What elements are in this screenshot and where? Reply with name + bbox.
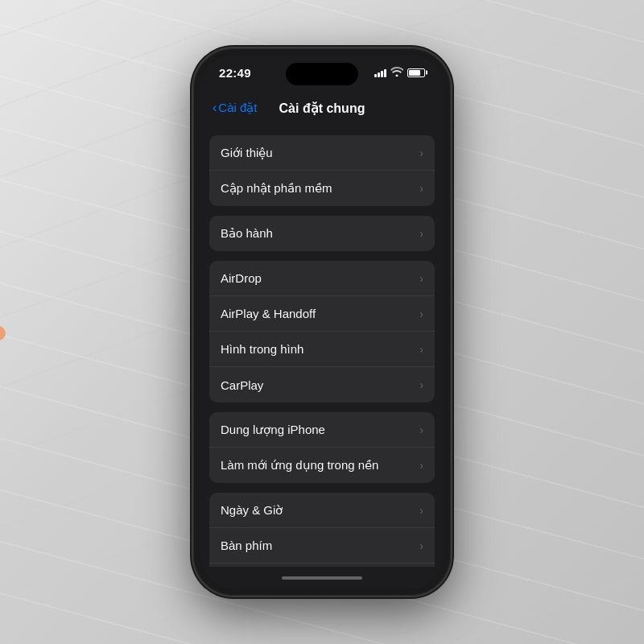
menu-item-label: Dung lượng iPhone <box>221 423 325 437</box>
menu-item-bao-hanh[interactable]: Bảo hành › <box>209 216 435 251</box>
background: 22:49 <box>0 0 644 644</box>
wifi-icon <box>390 67 403 79</box>
settings-section-1: Giới thiệu › Cập nhật phần mềm › <box>209 135 435 206</box>
power-button <box>451 189 454 250</box>
home-indicator <box>200 567 444 589</box>
svg-point-2 <box>0 326 6 341</box>
chevron-right-icon: › <box>419 504 423 517</box>
battery-fill <box>409 70 420 76</box>
home-bar <box>282 576 362 580</box>
menu-item-label: Cập nhật phần mềm <box>221 181 332 196</box>
status-bar: 22:49 <box>200 55 444 90</box>
menu-item-lam-moi[interactable]: Làm mới ứng dụng trong nền › <box>209 448 435 483</box>
settings-section-3: AirDrop › AirPlay & Handoff › Hình trong… <box>209 261 435 402</box>
page-title: Cài đặt chung <box>279 101 365 116</box>
menu-item-cap-nhat[interactable]: Cập nhật phần mềm › <box>209 171 435 206</box>
chevron-right-icon: › <box>419 147 423 159</box>
hand-pointer <box>0 290 32 398</box>
signal-bar-4 <box>384 69 386 77</box>
menu-item-dung-luong[interactable]: Dung lượng iPhone › <box>209 412 435 448</box>
menu-item-airplay[interactable]: AirPlay & Handoff › <box>209 296 435 332</box>
menu-item-ban-phim[interactable]: Bàn phím › <box>209 528 435 564</box>
menu-item-label: Giới thiệu <box>221 146 273 160</box>
signal-icon <box>374 68 386 77</box>
back-chevron-icon: ‹ <box>213 101 217 115</box>
signal-bar-1 <box>374 74 377 77</box>
menu-item-gioi-thieu[interactable]: Giới thiệu › <box>209 135 435 171</box>
chevron-right-icon: › <box>419 308 423 320</box>
phone-body: 22:49 <box>193 48 451 596</box>
chevron-right-icon: › <box>419 227 423 240</box>
settings-section-2: Bảo hành › <box>209 216 435 251</box>
settings-section-5: Ngày & Giờ › Bàn phím › Phông chữ › <box>209 493 435 567</box>
chevron-right-icon: › <box>419 182 423 195</box>
status-time: 22:49 <box>219 66 251 80</box>
menu-item-label: Làm mới ứng dụng trong nền <box>221 458 378 473</box>
menu-item-label: AirDrop <box>221 271 262 285</box>
back-label: Cài đặt <box>218 101 257 115</box>
menu-item-airdrop[interactable]: AirDrop › <box>209 261 435 296</box>
chevron-right-icon: › <box>419 423 423 436</box>
menu-item-label: Bảo hành <box>221 226 273 241</box>
settings-content[interactable]: Giới thiệu › Cập nhật phần mềm › Bảo <box>200 126 444 567</box>
menu-item-label: Hình trong hình <box>221 342 303 356</box>
signal-bar-3 <box>381 71 383 77</box>
menu-item-hinh-trong-hinh[interactable]: Hình trong hình › <box>209 332 435 367</box>
menu-item-label: AirPlay & Handoff <box>221 307 316 320</box>
battery-icon <box>407 68 425 77</box>
chevron-right-icon: › <box>419 459 423 472</box>
menu-item-ngay-gio[interactable]: Ngày & Giờ › <box>209 493 435 528</box>
chevron-right-icon: › <box>419 272 423 285</box>
signal-bar-2 <box>378 72 380 77</box>
chevron-right-icon: › <box>419 343 423 356</box>
menu-item-label: Ngày & Giờ <box>221 503 283 518</box>
phone-screen: 22:49 <box>200 55 444 589</box>
nav-bar: ‹ Cài đặt Cài đặt chung <box>200 90 444 126</box>
menu-item-carplay[interactable]: CarPlay › <box>209 367 435 402</box>
menu-item-label: CarPlay <box>221 378 263 392</box>
chevron-right-icon: › <box>419 539 423 552</box>
menu-item-label: Bàn phím <box>221 539 272 552</box>
status-icons <box>374 67 425 79</box>
screen-content: 22:49 <box>200 55 444 589</box>
settings-section-4: Dung lượng iPhone › Làm mới ứng dụng tro… <box>209 412 435 483</box>
back-button[interactable]: ‹ Cài đặt <box>213 101 258 115</box>
dynamic-island <box>286 63 358 85</box>
chevron-right-icon: › <box>419 378 423 391</box>
phone-device: 22:49 <box>193 48 451 596</box>
